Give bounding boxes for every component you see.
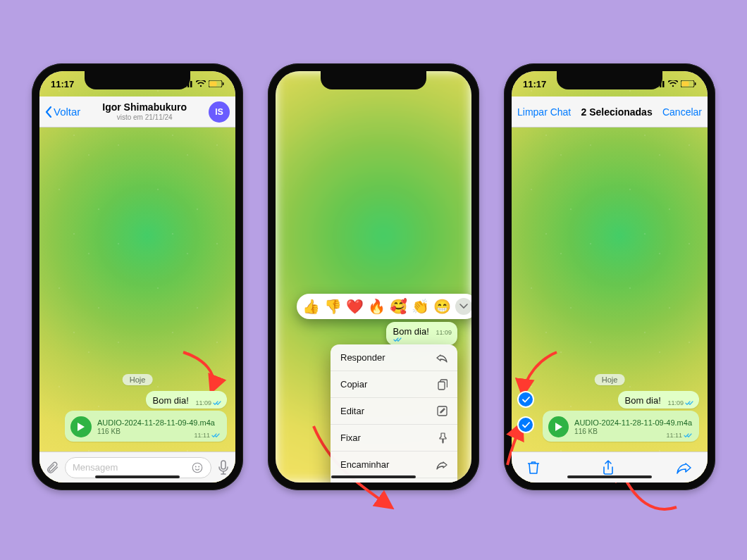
edit-icon [437,406,447,416]
copy-icon [438,379,447,390]
svg-rect-11 [438,382,445,390]
avatar[interactable]: IS [209,101,230,123]
reaction-clap[interactable]: 👏 [412,298,429,315]
svg-point-8 [195,466,197,467]
audio-meta: 11:11 [666,432,692,439]
battery-icon [681,80,696,87]
message-meta: 11:09 [195,399,221,406]
play-button[interactable] [70,416,92,437]
reaction-bar[interactable]: 👍 👎 ❤️ 🔥 🥰 👏 😁 [297,294,471,319]
input-placeholder: Mensagem [73,462,118,473]
menu-item-editar[interactable]: Editar [331,398,457,425]
play-icon [555,422,563,432]
selection-count: 2 Selecionadas [581,106,653,118]
notch [557,71,662,89]
menu-item-fixar[interactable]: Fixar [331,425,457,452]
message-input[interactable]: Mensagem [65,457,211,478]
paperclip-icon [45,461,59,475]
menu-label: Encaminhar [340,459,389,470]
read-check-icon [213,400,221,406]
svg-rect-6 [223,82,224,85]
menu-item-copiar[interactable]: Copiar [331,371,457,398]
read-check-icon [685,400,693,406]
audio-meta: 11:11 [194,432,220,439]
message-bubble-text[interactable]: Bom dia! 11:09 [146,391,227,409]
forward-icon [436,460,447,470]
mic-button[interactable] [217,460,230,475]
svg-rect-20 [695,82,696,85]
message-bubble-audio[interactable]: AUDIO-2024-11-28-11-09-49.m4a 116 KB 11:… [65,411,227,442]
menu-label: Responder [340,352,385,363]
contact-name: Igor Shimabukuro [102,102,187,113]
message-text: Bom dia! [625,395,661,406]
menu-item-apagar[interactable]: Apagar [331,478,457,483]
reaction-thumbs-down[interactable]: 👎 [324,298,342,315]
message-text: Bom dia! [153,395,189,406]
svg-rect-12 [438,406,447,416]
notch [85,71,190,89]
forward-selected-button[interactable] [677,461,692,474]
menu-item-responder[interactable]: Responder [331,344,457,371]
reaction-fire[interactable]: 🔥 [368,298,385,315]
message-bubble-audio[interactable]: AUDIO-2024-11-28-11-09-49.m4a 116 KB 11:… [543,411,699,442]
menu-label: Copiar [340,379,367,390]
battery-icon [209,80,224,87]
back-label: Voltar [54,106,80,118]
phone-3: 11:17 Limpar Chat 2 Selecionadas Cancela… [504,63,715,490]
cancel-button[interactable]: Cancelar [662,106,702,118]
svg-point-7 [192,463,202,473]
chevron-left-icon [45,106,52,118]
notch [321,71,426,89]
read-check-icon [211,433,220,438]
menu-label: Fixar [340,433,361,443]
selection-checkbox-2[interactable] [519,418,533,432]
reply-icon [436,353,447,363]
delete-selected-button[interactable] [527,461,540,475]
reaction-heart[interactable]: ❤️ [346,298,364,315]
play-button[interactable] [548,416,569,437]
chat-header: Voltar Igor Shimabukuro visto em 21/11/2… [39,97,235,127]
tutorial-board: 11:17 Voltar Igor Shimabukuro visto em 2… [0,0,747,560]
status-time: 11:17 [51,79,74,89]
pin-icon [438,433,447,444]
svg-rect-3 [190,81,192,87]
selection-checkbox-1[interactable] [519,392,533,406]
home-indicator [331,475,416,478]
chat-body[interactable]: Hoje Bom dia! 11:09 AUDIO-2024-11-28-11-… [39,127,235,452]
mic-icon [217,460,230,475]
menu-item-encaminhar[interactable]: Encaminhar [331,452,457,478]
context-menu: Responder Copiar Editar Fixar Encaminhar [331,344,457,483]
back-button[interactable]: Voltar [45,106,80,118]
chevron-down-icon [459,304,468,309]
forward-icon [677,461,692,474]
reaction-grin[interactable]: 😁 [433,298,451,315]
clear-chat-button[interactable]: Limpar Chat [517,106,571,118]
chat-title[interactable]: Igor Shimabukuro visto em 21/11/24 [80,102,209,120]
home-indicator [567,475,652,478]
check-icon [522,422,530,428]
selection-header: Limpar Chat 2 Selecionadas Cancelar [512,97,708,127]
svg-rect-10 [221,461,226,469]
sticker-icon[interactable] [191,461,204,474]
reaction-thumbs-up[interactable]: 👍 [302,298,320,315]
read-check-icon [684,433,692,438]
read-check-icon [393,337,402,342]
svg-rect-19 [682,82,689,87]
status-time: 11:17 [523,79,546,89]
check-icon [522,397,530,403]
message-bubble-text[interactable]: Bom dia! 11:09 [618,391,699,409]
play-icon [77,422,85,432]
wifi-icon [196,80,206,87]
audio-filename: AUDIO-2024-11-28-11-09-49.m4a [97,418,220,427]
attach-button[interactable] [45,461,59,475]
audio-filename: AUDIO-2024-11-28-11-09-49.m4a [574,418,692,427]
chat-body[interactable]: Hoje Bom dia! 11:09 [512,127,708,452]
message-text: Bom dia! [393,326,429,337]
menu-label: Editar [340,406,364,416]
reaction-smiling-hearts[interactable]: 🥰 [390,298,407,315]
reaction-more-button[interactable] [455,298,471,315]
svg-point-9 [198,466,199,467]
message-meta: 11:09 [667,399,693,406]
date-chip: Hoje [595,374,625,385]
share-selected-button[interactable] [602,460,615,475]
